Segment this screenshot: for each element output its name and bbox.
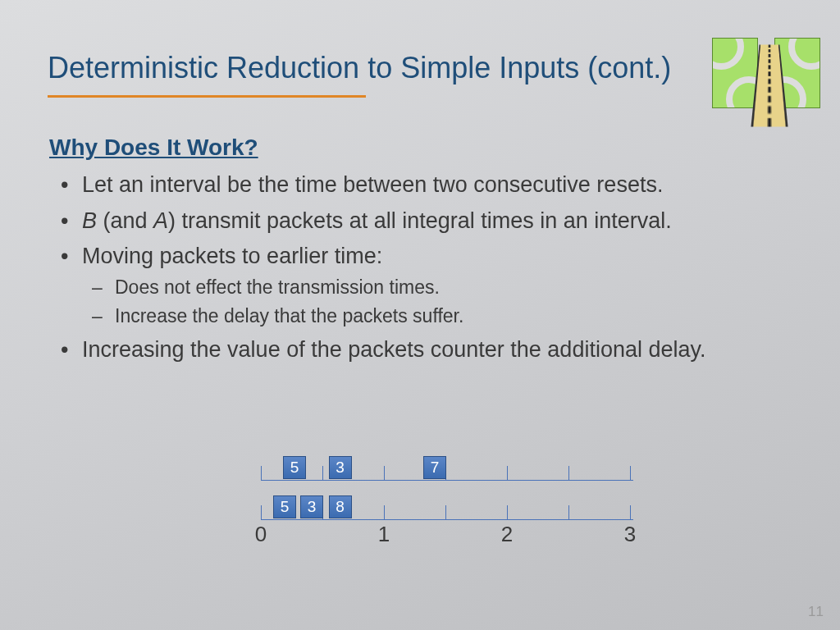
packet-box: 5 [283,456,306,479]
axis-label: 3 [624,522,636,547]
packet-box: 8 [329,495,352,518]
timeline-tick [630,466,631,481]
corner-illustration [712,36,820,112]
timeline-tick [261,505,262,520]
timeline-tick [384,466,385,481]
section-heading: Why Does It Work? [49,135,258,161]
bullet-2-b: B [82,208,97,233]
timeline-tick [507,466,508,481]
axis-label: 0 [255,522,267,547]
timeline-tick [507,505,508,520]
packet-box: 5 [273,495,296,518]
axis-label: 1 [378,522,390,547]
bullet-1: Let an interval be the time between two … [49,171,788,200]
bullet-2: B (and A) transmit packets at all integr… [49,207,788,236]
bullet-list: Let an interval be the time between two … [49,164,788,365]
packet-box: 3 [300,495,323,518]
sub-bullet-2: Increase the delay that the packets suff… [82,304,788,329]
timeline-baseline [261,480,633,481]
bullet-3-text: Moving packets to earlier time: [82,244,382,268]
bullet-2-post: ) transmit packets at all integral times… [168,208,672,233]
slide: Deterministic Reduction to Simple Inputs… [0,0,840,630]
bullet-2-a: A [153,208,168,233]
timeline-tick [384,505,385,520]
slide-title: Deterministic Reduction to Simple Inputs… [48,51,671,85]
bullet-3: Moving packets to earlier time: Does not… [49,242,788,329]
sub-bullet-1: Does not effect the transmission times. [82,275,788,300]
title-underline [48,95,366,98]
timeline-tick [445,505,446,520]
timeline-tick [568,505,569,520]
timeline-row-moved-earlier: 538 [259,489,637,520]
bullet-2-mid: (and [97,208,153,233]
timeline-tick [568,466,569,481]
timeline-tick [322,466,323,481]
packet-box: 7 [423,456,446,479]
sub-bullet-list: Does not effect the transmission times. … [82,275,788,329]
bullet-1-text: Let an interval be the time between two … [82,172,663,197]
timeline-row-original: 537 [259,450,637,481]
packet-box: 3 [329,456,352,479]
timeline-baseline [261,519,633,520]
timeline-tick [630,505,631,520]
map-tile-left [712,38,758,108]
bullet-4: Increasing the value of the packets coun… [49,336,788,365]
page-number: 11 [808,604,824,620]
packet-timeline-diagram: 5375380123 [259,450,637,528]
axis-label: 2 [501,522,513,547]
timeline-tick [261,466,262,481]
